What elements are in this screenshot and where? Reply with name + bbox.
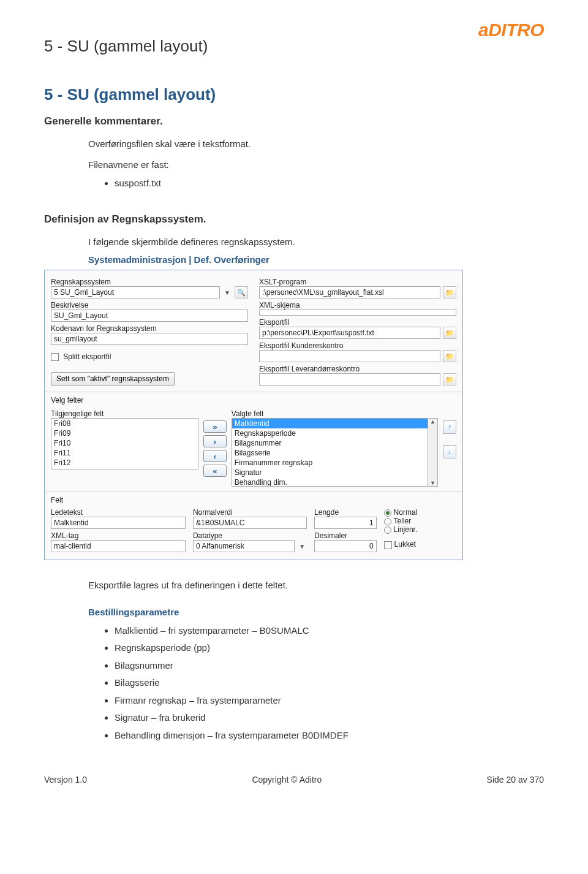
available-listbox[interactable]: Fri08 Fri09 Fri10 Fri11 Fri12 — [51, 418, 198, 469]
list-item[interactable]: Fri11 — [51, 448, 198, 458]
generelle-line2: Filenavnene er fast: — [88, 157, 544, 173]
bestilling-item: Signatur – fra brukerid — [115, 709, 544, 727]
set-active-button[interactable]: Sett som "aktivt" regnskapssystem — [51, 372, 175, 386]
lukket-label: Lukket — [394, 540, 416, 549]
scroll-down-icon[interactable]: ▼ — [430, 480, 435, 486]
radio-linjenr[interactable] — [384, 526, 391, 534]
browse-icon[interactable]: 📁 — [443, 373, 456, 386]
xmltag-label: XML-tag — [51, 531, 186, 540]
search-icon[interactable]: 🔍 — [235, 286, 248, 298]
browse-icon[interactable]: 📁 — [443, 286, 456, 298]
generelle-line1: Overføringsfilen skal være i tekstformat… — [88, 136, 544, 152]
kodenavn-input[interactable]: su_gmllayout — [51, 333, 248, 345]
beskrivelse-label: Beskrivelse — [51, 301, 248, 310]
desimaler-label: Desimaler — [314, 531, 377, 540]
footer-version: Versjon 1.0 — [44, 775, 87, 785]
splitt-checkbox[interactable] — [51, 353, 59, 361]
list-item[interactable]: Fri08 — [51, 419, 198, 428]
radio-normal-label: Normal — [394, 508, 418, 517]
definisjon-path: Systemadministrasjon | Def. Overføringer — [88, 254, 544, 265]
velg-felter-label: Velg felter — [51, 396, 456, 405]
config-panel: Regnskapssystem 5 SU_Gml_Layout ▼ 🔍 Besk… — [44, 270, 463, 560]
scroll-up-icon[interactable]: ▲ — [430, 419, 435, 425]
regnskapssystem-input[interactable]: 5 SU_Gml_Layout — [51, 286, 220, 298]
ledetekst-label: Ledetekst — [51, 508, 186, 517]
eksport-kunde-input[interactable] — [259, 350, 440, 362]
bestilling-item: Firmanr regnskap – fra systemparameter — [115, 692, 544, 710]
splitt-label: Splitt eksportfil — [63, 352, 111, 361]
normalverdi-label: Normalverdi — [193, 508, 307, 517]
dropdown-icon[interactable]: ▼ — [222, 289, 232, 296]
lukket-checkbox[interactable] — [384, 541, 392, 549]
datatype-label: Datatype — [193, 531, 307, 540]
generelle-bullet: suspostf.txt — [115, 175, 544, 192]
xslt-label: XSLT-program — [259, 278, 456, 286]
datatype-select[interactable]: 0 Alfanumerisk — [193, 540, 295, 552]
eksportfil-label: Eksportfil — [259, 318, 456, 327]
list-item[interactable]: Fri09 — [51, 428, 198, 438]
list-item[interactable]: Malklientid — [232, 419, 428, 428]
xmlskjema-input[interactable] — [259, 310, 456, 316]
eksportfile-text: Eksportfile lagres ut fra defineringen i… — [88, 577, 544, 593]
kodenavn-label: Kodenavn for Regnskapssystem — [51, 324, 248, 333]
move-right-button[interactable]: › — [203, 435, 227, 447]
definisjon-heading: Definisjon av Regnskapssystem. — [44, 213, 544, 226]
browse-icon[interactable]: 📁 — [443, 327, 456, 339]
list-item[interactable]: Signatur — [232, 468, 428, 477]
xslt-input[interactable]: :\personec\XML\su_gmllayout_flat.xsl — [259, 286, 440, 298]
bestilling-item: Bilagsserie — [115, 674, 544, 692]
list-item[interactable]: Regnskapsperiode — [232, 428, 428, 438]
move-down-button[interactable]: ↓ — [443, 445, 456, 458]
footer-page: Side 20 av 370 — [487, 775, 544, 785]
desimaler-input[interactable]: 0 — [314, 540, 377, 552]
footer-copyright: Copyright © Aditro — [252, 775, 322, 785]
felt-section-label: Felt — [51, 496, 456, 504]
eksport-lev-input[interactable] — [259, 373, 440, 386]
definisjon-line1: I følgende skjermbilde defineres regnska… — [88, 234, 544, 250]
list-item[interactable]: Firmanummer regnskap — [232, 458, 428, 468]
radio-normal[interactable] — [384, 509, 391, 517]
eksport-lev-label: Eksportfil Leverandørreskontro — [259, 365, 456, 373]
list-item[interactable]: Fri12 — [51, 458, 198, 468]
xmlskjema-label: XML-skjema — [259, 301, 456, 310]
running-header: 5 - SU (gammel layout) — [44, 37, 544, 56]
bestilling-item: Regnskapsperiode (pp) — [115, 639, 544, 657]
lengde-input[interactable]: 1 — [314, 517, 377, 529]
move-up-button[interactable]: ↑ — [443, 420, 456, 434]
bestilling-item: Bilagsnummer — [115, 657, 544, 675]
lengde-label: Lengde — [314, 508, 377, 517]
list-item[interactable]: Bilagsserie — [232, 448, 428, 458]
eksportfil-input[interactable]: p:\personec\PL\Export\suspostf.txt — [259, 327, 440, 339]
xmltag-input[interactable]: mal-clientid — [51, 540, 186, 552]
list-item[interactable]: Fri10 — [51, 438, 198, 448]
move-left-button[interactable]: ‹ — [203, 450, 227, 462]
radio-teller[interactable] — [384, 518, 391, 525]
dropdown-icon[interactable]: ▼ — [297, 543, 307, 550]
eksport-kunde-label: Eksportfil Kundereskontro — [259, 341, 456, 350]
regnskapssystem-label: Regnskapssystem — [51, 278, 248, 286]
tilgjengelige-label: Tilgjengelige felt — [51, 409, 198, 418]
list-item[interactable]: Behandling dim. — [232, 477, 428, 487]
radio-linjenr-label: Linjenr. — [394, 525, 418, 534]
bestilling-heading: Bestillingsparametre — [88, 607, 544, 617]
brand-logo: aDITRO — [478, 20, 544, 40]
bestilling-item: Behandling dimensjon – fra systemparamet… — [115, 727, 544, 745]
browse-icon[interactable]: 📁 — [443, 350, 456, 362]
list-item[interactable]: Bilagsnummer — [232, 438, 428, 448]
generelle-heading: Generelle kommentarer. — [44, 115, 544, 127]
move-all-left-button[interactable]: « — [203, 465, 227, 477]
valgte-label: Valgte felt — [232, 409, 438, 418]
normalverdi-input[interactable]: &1B0SUMALC — [193, 517, 307, 529]
selected-listbox[interactable]: Malklientid Regnskapsperiode Bilagsnumme… — [232, 418, 428, 487]
radio-teller-label: Teller — [394, 517, 412, 525]
move-all-right-button[interactable]: » — [203, 420, 227, 433]
section-title: 5 - SU (gammel layout) — [44, 85, 544, 104]
bestilling-item: Malklientid – fri systemparameter – B0SU… — [115, 622, 544, 640]
beskrivelse-input[interactable]: SU_Gml_Layout — [51, 310, 248, 322]
ledetekst-input[interactable]: Malklientid — [51, 517, 186, 529]
